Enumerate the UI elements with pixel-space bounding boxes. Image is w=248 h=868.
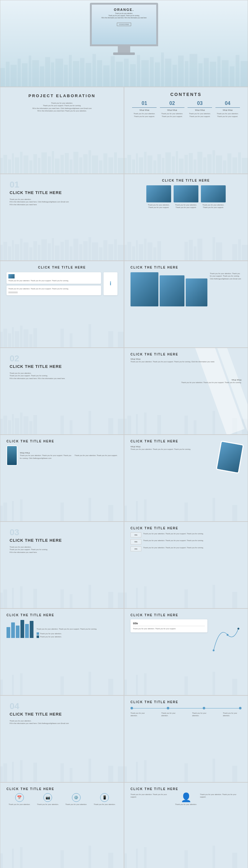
svg-rect-89 [216, 156, 222, 174]
svg-rect-69 [128, 155, 131, 174]
svg-rect-99 [15, 244, 19, 260]
svg-rect-118 [103, 240, 107, 260]
svg-rect-128 [148, 243, 152, 260]
card-1-image [146, 185, 171, 203]
slide5-left-title: CLICK THE TITLE HERE [10, 364, 114, 369]
arc-svg [211, 619, 242, 657]
svg-rect-23 [137, 55, 140, 87]
svg-rect-0 [0, 68, 5, 87]
svg-rect-26 [155, 62, 160, 87]
svg-rect-209 [20, 673, 23, 695]
svg-rect-163 [61, 416, 64, 434]
svg-rect-199 [108, 592, 113, 608]
svg-rect-173 [184, 416, 188, 434]
title-title-2: TITLE TITLE Thank you for your attention… [131, 379, 242, 384]
svg-rect-87 [207, 154, 212, 174]
svg-point-219 [226, 634, 228, 636]
svg-rect-203 [144, 586, 147, 608]
svg-rect-12 [69, 55, 72, 87]
svg-rect-104 [38, 245, 40, 260]
card-1: Thank you for your attention. Thank you … [146, 185, 171, 209]
svg-rect-132 [189, 240, 193, 260]
slide-01-title: 01 CLICK THE TITLE HERE Thank you for yo… [0, 174, 124, 261]
svg-rect-231 [118, 767, 124, 782]
slide-contents: CONTENTS 01 TITLE TITLE Thank you for yo… [124, 87, 248, 174]
svg-rect-198 [88, 585, 91, 608]
person-text-right: Thank you for your attention. Thank you … [200, 793, 242, 799]
svg-rect-37 [222, 60, 228, 87]
svg-rect-226 [33, 763, 37, 782]
svg-rect-82 [184, 155, 188, 174]
svg-rect-188 [184, 503, 188, 521]
slide4-left-title: CLICK THE TITLE HERE [6, 266, 117, 269]
svg-rect-157 [12, 414, 14, 434]
contents-item-1: 01 TITLE TITLE Thank you for your attent… [132, 101, 156, 118]
monitor-decoration: ORANGE. Thank you for your attention. Th… [90, 3, 158, 55]
svg-rect-61 [88, 150, 91, 174]
svg-rect-155 [3, 416, 7, 434]
svg-rect-53 [52, 151, 54, 174]
slide5-left-body: Thank you for your attention. Thank you … [10, 372, 114, 380]
svg-rect-243 [108, 853, 113, 868]
slide7-left-title: CLICK THE TITLE HERE [10, 538, 114, 542]
svg-rect-248 [213, 846, 215, 868]
svg-rect-210 [61, 677, 64, 695]
bar-6 [30, 621, 33, 638]
svg-rect-4 [22, 63, 28, 87]
svg-rect-162 [33, 415, 37, 434]
slide-row-6: CLICK THE TITLE HERE TITLE TITLE Thank y… [0, 435, 248, 522]
slide-row-8: CLICK THE TITLE HERE Thank you for your … [0, 609, 248, 695]
skyline [0, 670, 124, 695]
svg-rect-130 [157, 241, 161, 260]
card-row: Thank you for your attention. Thank you … [131, 185, 242, 209]
svg-rect-17 [97, 60, 102, 87]
svg-rect-59 [79, 157, 82, 174]
slide-row-2: PROJECT ELABORATION Thank you for your a… [0, 87, 248, 174]
svg-rect-212 [108, 679, 113, 695]
contents-items: 01 TITLE TITLE Thank you for your attent… [131, 101, 242, 118]
svg-rect-70 [132, 160, 135, 174]
svg-rect-110 [65, 240, 69, 260]
svg-rect-192 [3, 590, 7, 608]
svg-rect-207 [0, 680, 3, 695]
slide8-right-title: CLICK THE TITLE HERE [131, 614, 242, 617]
svg-rect-16 [93, 54, 96, 87]
slide10-right-content: Thank you for your attention. Thank you … [131, 793, 242, 806]
card-3: Thank you for your attention. Thank you … [201, 185, 226, 209]
svg-rect-94 [242, 158, 248, 174]
slide6-right-content: TITLE TITLE Thank you for your attention… [131, 445, 242, 472]
svg-rect-81 [179, 159, 183, 174]
skyline [124, 670, 248, 695]
photo-stack [131, 272, 207, 306]
svg-rect-28 [165, 59, 171, 87]
contents-item-4: 04 TITLE TITLE Thank you for your attent… [215, 101, 240, 118]
dot-timeline: Thank you for your attention. Thank you … [131, 707, 242, 717]
svg-rect-138 [238, 239, 241, 260]
dot-3 [203, 707, 205, 709]
arc-chart [211, 619, 242, 658]
slide-title: ORANGE. Thank you for your attention. Th… [0, 0, 248, 87]
svg-rect-48 [30, 160, 33, 174]
gear-icon: ⚙️ [72, 793, 81, 802]
svg-rect-2 [10, 65, 17, 87]
slide-5right: CLICK THE TITLE HERE TITLE TITLE Thank y… [124, 348, 248, 435]
svg-rect-105 [41, 239, 47, 260]
svg-rect-146 [24, 330, 29, 347]
svg-rect-184 [108, 505, 113, 521]
svg-rect-154 [0, 419, 3, 434]
photo-1 [131, 272, 158, 306]
bar-5 [25, 624, 29, 638]
svg-rect-125 [136, 240, 138, 260]
bar-chart [6, 619, 33, 638]
svg-rect-194 [20, 586, 23, 608]
svg-rect-245 [136, 849, 138, 868]
svg-rect-29 [173, 65, 177, 87]
svg-rect-18 [103, 65, 109, 87]
svg-rect-97 [8, 247, 11, 260]
svg-rect-148 [33, 328, 37, 347]
svg-rect-20 [116, 62, 123, 87]
svg-rect-3 [18, 59, 21, 87]
svg-rect-175 [213, 411, 215, 434]
svg-rect-44 [12, 153, 14, 174]
svg-rect-224 [12, 762, 14, 782]
